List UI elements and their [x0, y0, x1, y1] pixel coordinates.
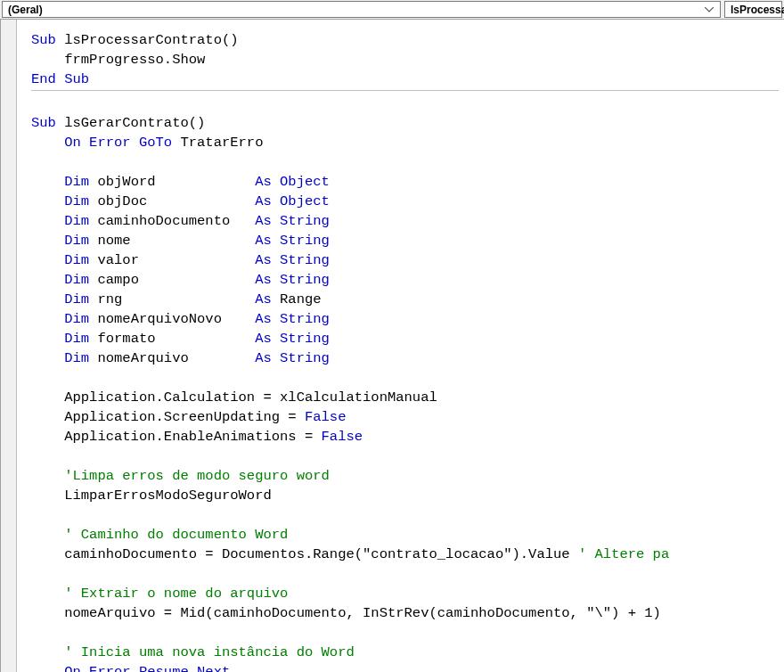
code-text	[31, 233, 64, 249]
dropdown-bar: (Geral) lsProcessarC	[0, 0, 784, 20]
code-text	[31, 331, 64, 347]
code-kw: As String	[255, 331, 330, 347]
code-kw: As	[255, 291, 272, 307]
code-kw: As String	[255, 350, 330, 366]
code-text	[31, 350, 64, 366]
code-kw: Dim	[64, 311, 89, 327]
code-text: lsGerarContrato()	[56, 115, 205, 131]
code-kw: As Object	[255, 174, 330, 190]
code-kw: Dim	[64, 174, 89, 190]
code-comment: ' Inicia uma nova instância do Word	[31, 644, 355, 660]
code-text	[31, 174, 64, 190]
code-text: caminhoDocumento	[89, 213, 255, 229]
code-kw: Dim	[64, 291, 89, 307]
code-comment: ' Altere pa	[578, 546, 669, 562]
code-kw: As String	[255, 252, 330, 268]
code-comment: ' Extrair o nome do arquivo	[31, 586, 288, 602]
code-kw: Dim	[64, 272, 89, 288]
code-kw: False	[305, 409, 347, 425]
code-text: rng	[89, 291, 255, 307]
code-text	[31, 272, 64, 288]
object-dropdown-text: (Geral)	[8, 4, 702, 16]
code-kw: As Object	[255, 193, 330, 209]
code-area[interactable]: Sub lsProcessarContrato() frmProgresso.S…	[17, 20, 784, 672]
code-kw: Dim	[64, 233, 89, 249]
code-text	[31, 291, 64, 307]
code-text: nomeArquivo	[89, 350, 255, 366]
code-text	[31, 213, 64, 229]
code-text: lsProcessarContrato()	[56, 32, 239, 48]
code-editor[interactable]: Sub lsProcessarContrato() frmProgresso.S…	[0, 20, 784, 672]
chevron-down-icon	[702, 3, 716, 17]
code-kw: Dim	[64, 350, 89, 366]
code-text: TratarErro	[172, 135, 263, 151]
code-kw: Sub	[31, 32, 56, 48]
code-text: nome	[89, 233, 255, 249]
code-text: valor	[89, 252, 255, 268]
code-kw: False	[322, 429, 363, 445]
procedure-separator	[31, 90, 779, 91]
code-text: Range	[272, 291, 322, 307]
code-kw: Dim	[64, 193, 89, 209]
code-text: campo	[89, 272, 255, 288]
code-comment: ' Caminho do documento Word	[31, 527, 288, 543]
code-text	[31, 664, 64, 672]
code-text: Application.ScreenUpdating =	[31, 409, 305, 425]
code-text: nomeArquivoNovo	[89, 311, 255, 327]
code-text	[31, 252, 64, 268]
code-text: Application.Calculation = xlCalculationM…	[31, 389, 437, 406]
code-text: formato	[89, 331, 255, 347]
code-kw: Sub	[31, 115, 56, 131]
code-kw: As String	[255, 213, 330, 229]
code-kw: On Error GoTo	[64, 135, 172, 151]
code-text: LimparErrosModoSeguroWord	[31, 488, 272, 504]
code-text: Application.EnableAnimations =	[31, 429, 322, 445]
code-text	[31, 311, 64, 327]
code-kw: As String	[255, 311, 330, 327]
object-dropdown[interactable]: (Geral)	[2, 1, 721, 18]
code-text: nomeArquivo = Mid(caminhoDocumento, InSt…	[31, 605, 661, 621]
code-text: objDoc	[89, 193, 255, 209]
code-kw: Dim	[64, 331, 89, 347]
code-text	[31, 135, 64, 151]
code-text: objWord	[89, 174, 255, 190]
editor-gutter	[1, 20, 17, 672]
code-kw: As String	[255, 272, 330, 288]
code-text: frmProgresso.Show	[31, 52, 205, 68]
code-kw: Dim	[64, 213, 89, 229]
code-text	[31, 193, 64, 209]
procedure-dropdown[interactable]: lsProcessarC	[724, 1, 782, 18]
code-comment: 'Limpa erros de modo seguro word	[31, 468, 330, 484]
procedure-dropdown-text: lsProcessarC	[731, 4, 784, 16]
code-kw: On Error Resume Next	[64, 664, 230, 672]
code-kw: As String	[255, 233, 330, 249]
code-kw: Dim	[64, 252, 89, 268]
code-text: caminhoDocumento = Documentos.Range("con…	[31, 546, 578, 562]
code-kw: End Sub	[31, 71, 89, 87]
